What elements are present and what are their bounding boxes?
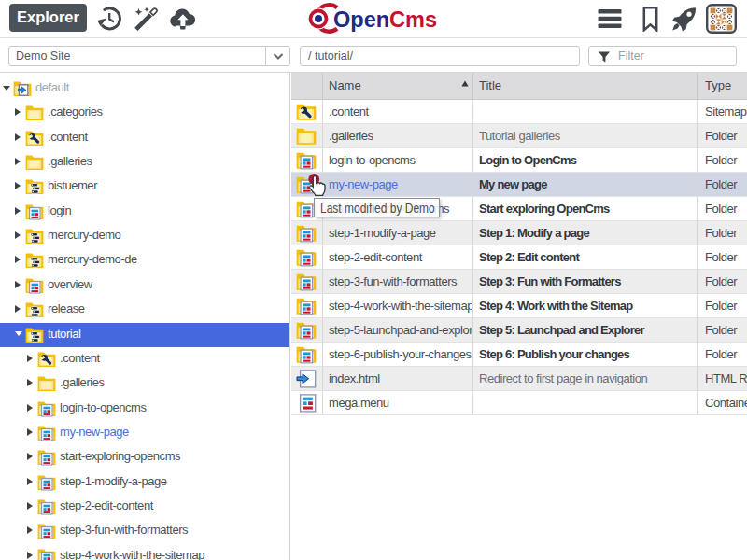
- svg-text:OpenCms: OpenCms: [333, 7, 437, 32]
